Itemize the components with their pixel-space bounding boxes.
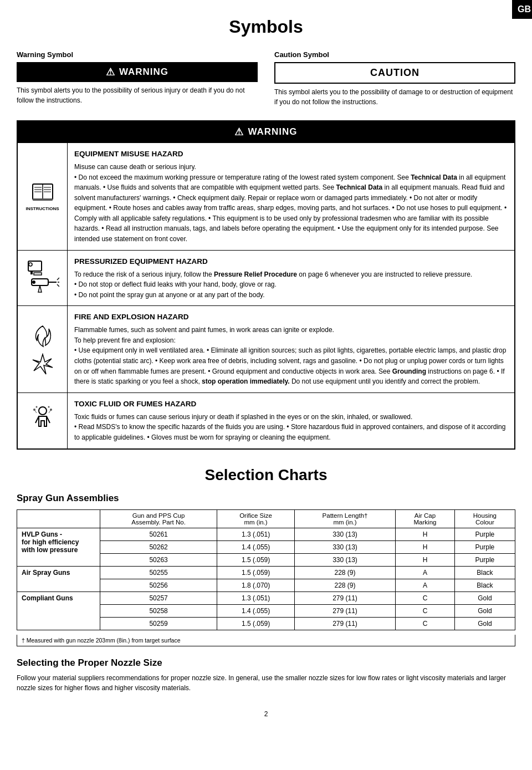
- instructions-label: INSTRUCTIONS: [26, 206, 59, 212]
- toxic-title: TOXIC FLUID OR FUMES HAZARD: [74, 399, 508, 410]
- cell-pattern: 330 (13): [294, 553, 395, 566]
- warning-desc: This symbol alerts you to the possibilit…: [17, 85, 258, 105]
- toxic-content: TOXIC FLUID OR FUMES HAZARD Toxic fluids…: [68, 393, 514, 448]
- pressurized-icon-cell: [18, 251, 68, 306]
- cell-part: 50259: [100, 617, 217, 630]
- cell-orifice: 1.4 (.055): [217, 604, 295, 617]
- svg-line-17: [57, 278, 59, 280]
- svg-rect-11: [34, 273, 42, 275]
- table-row: Compliant Guns502571.3 (.051)279 (11)CGo…: [17, 591, 515, 604]
- pressure-gun-icon: [26, 259, 59, 298]
- cell-air_cap: H: [396, 540, 455, 553]
- fire-content: FIRE AND EXPLOSION HAZARD Flammable fume…: [68, 306, 514, 392]
- cell-housing: Purple: [454, 553, 515, 566]
- pressurized-body: To reduce the risk of a serious injury, …: [74, 269, 508, 300]
- svg-point-25: [48, 406, 49, 408]
- cell-orifice: 1.8 (.070): [217, 579, 295, 591]
- spray-gun-section-title: Spray Gun Assemblies: [17, 493, 515, 504]
- toxic-person-icon: [29, 405, 57, 436]
- fire-subtitle: Flammable fumes, such as solvent and pai…: [74, 325, 508, 335]
- table-header-orifice: Orifice Sizemm (in.): [217, 509, 295, 528]
- fire-explosion-row: FIRE AND EXPLOSION HAZARD Flammable fume…: [18, 305, 514, 392]
- cell-part: 50261: [100, 528, 217, 540]
- table-header-pattern: Pattern Length†mm (in.): [294, 509, 395, 528]
- cell-housing: Purple: [454, 528, 515, 540]
- svg-line-27: [49, 410, 51, 413]
- cell-housing: Gold: [454, 617, 515, 630]
- svg-rect-10: [30, 271, 33, 274]
- selection-charts-title: Selection Charts: [17, 466, 515, 484]
- caution-badge: CAUTION: [274, 62, 515, 84]
- warning-badge-text: WARNING: [119, 67, 168, 78]
- cell-pattern: 228 (9): [294, 579, 395, 591]
- cell-air_cap: H: [396, 553, 455, 566]
- svg-point-24: [35, 406, 37, 408]
- cell-pattern: 330 (13): [294, 540, 395, 553]
- warning-header-text: WARNING: [248, 126, 297, 137]
- cell-pattern: 279 (11): [294, 617, 395, 630]
- cell-air_cap: A: [396, 579, 455, 591]
- caution-col-label: Caution Symbol: [274, 50, 515, 59]
- table-header-part: Gun and PPS CupAssembly. Part No.: [100, 509, 217, 528]
- svg-line-19: [57, 284, 59, 287]
- cell-pattern: 279 (11): [294, 604, 395, 617]
- cell-housing: Purple: [454, 540, 515, 553]
- cell-orifice: 1.3 (.051): [217, 591, 295, 604]
- cell-part: 50262: [100, 540, 217, 553]
- cell-housing: Black: [454, 566, 515, 579]
- cell-orifice: 1.5 (.059): [217, 566, 295, 579]
- cell-orifice: 1.4 (.055): [217, 540, 295, 553]
- warning-badge: ⚠ WARNING: [17, 62, 258, 82]
- toxic-body: Toxic fluids or fumes can cause serious …: [74, 412, 508, 443]
- cell-part: 50255: [100, 566, 217, 579]
- fire-icon-cell: [18, 306, 68, 392]
- table-row: Air Spray Guns502551.5 (.059)228 (9)ABla…: [17, 566, 515, 579]
- cell-pattern: 330 (13): [294, 528, 395, 540]
- page-title: Symbols: [17, 17, 515, 37]
- svg-point-12: [29, 263, 32, 266]
- warning-triangle-icon: ⚠: [106, 66, 115, 78]
- cell-pattern: 279 (11): [294, 591, 395, 604]
- cell-orifice: 1.5 (.059): [217, 553, 295, 566]
- spray-gun-table: Gun and PPS CupAssembly. Part No. Orific…: [17, 509, 515, 630]
- page-number: 2: [17, 710, 515, 718]
- svg-marker-20: [33, 354, 53, 374]
- table-header-aircap: Air CapMarking: [396, 509, 455, 528]
- svg-point-15: [32, 281, 35, 284]
- caution-symbol-col: Caution Symbol CAUTION This symbol alert…: [274, 50, 515, 107]
- warning-header-icon: ⚠: [234, 126, 243, 138]
- book-icon: [30, 182, 55, 204]
- gun-group-label: Compliant Guns: [17, 591, 100, 630]
- cell-air_cap: H: [396, 528, 455, 540]
- fire-body: To help prevent fire and explosion: • Us…: [74, 335, 508, 387]
- nozzle-body: Follow your material suppliers recommend…: [17, 673, 515, 693]
- cell-housing: Gold: [454, 604, 515, 617]
- lightning-icon: [30, 353, 55, 375]
- cell-part: 50263: [100, 553, 217, 566]
- fire-title: FIRE AND EXPLOSION HAZARD: [74, 312, 508, 323]
- cell-part: 50257: [100, 591, 217, 604]
- table-header-label-col: [17, 509, 100, 528]
- cell-air_cap: C: [396, 604, 455, 617]
- table-header-housing: HousingColour: [454, 509, 515, 528]
- equipment-misuse-title: EQUIPMENT MISUSE HAZARD: [74, 149, 508, 160]
- warning-symbol-col: Warning Symbol ⚠ WARNING This symbol ale…: [17, 50, 258, 107]
- caution-badge-text: CAUTION: [370, 67, 420, 79]
- cell-orifice: 1.3 (.051): [217, 528, 295, 540]
- caution-desc: This symbol alerts you to the possibilit…: [274, 87, 515, 107]
- warning-table-header: ⚠ WARNING: [18, 121, 514, 142]
- equipment-misuse-body: • Do not exceed the maximum working pres…: [74, 172, 508, 244]
- pressurized-content: PRESSURIZED EQUIPMENT HAZARD To reduce t…: [68, 251, 514, 306]
- gun-group-label: Air Spray Guns: [17, 566, 100, 591]
- cell-housing: Gold: [454, 591, 515, 604]
- table-row: HVLP Guns -for high efficiencywith low p…: [17, 528, 515, 540]
- cell-air_cap: A: [396, 566, 455, 579]
- svg-line-26: [34, 410, 37, 413]
- cell-part: 50258: [100, 604, 217, 617]
- gb-tab: GB: [512, 0, 532, 19]
- cell-air_cap: C: [396, 617, 455, 630]
- nozzle-section: Selecting the Proper Nozzle Size Follow …: [17, 657, 515, 693]
- svg-point-21: [39, 407, 47, 415]
- equipment-misuse-subtitle: Misuse can cause death or serious injury…: [74, 162, 508, 172]
- svg-marker-14: [38, 285, 42, 292]
